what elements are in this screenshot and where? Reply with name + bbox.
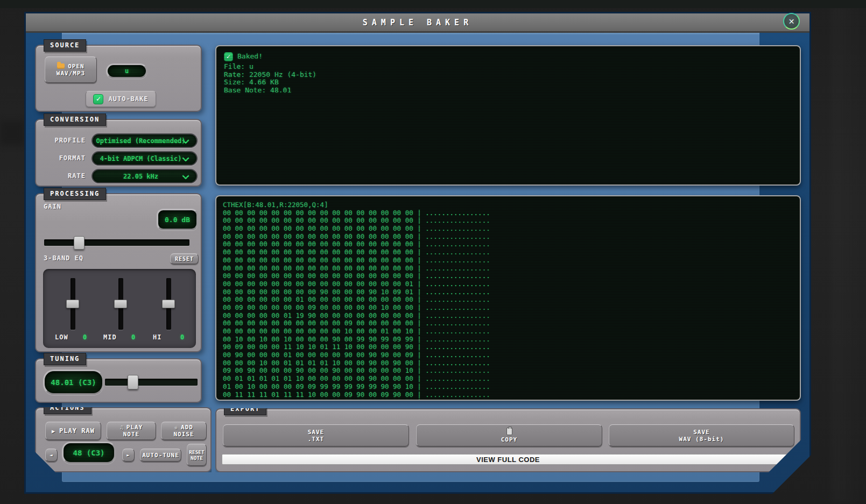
format-dropdown[interactable]: 4-bit ADPCM (Classic) [91,151,198,166]
hex-header: CTHEX[B:48.01,R:22050,Q:4] [223,201,793,209]
hex-row: 00 00 00 00 00 00 00 00 00 00 00 00 00 0… [223,272,793,280]
eq-low-label: LOW [55,333,68,341]
arrow-left-icon: ◄ [50,452,53,458]
status-lines: File: uRate: 22050 Hz (4-bit)Size: 4.66 … [224,63,792,95]
background-blur [0,121,24,145]
eq-hi-value: 0 [180,333,185,341]
conversion-panel: CONVERSION PROFILE Optimised (Recommende… [35,119,202,187]
tuning-header: TUNING [44,353,86,365]
tuning-panel: TUNING 48.01 (C3) [35,358,202,403]
chevron-down-icon [182,154,189,161]
hex-row: 00 90 00 00 00 01 00 00 00 00 90 00 90 9… [223,351,793,359]
processing-header: PROCESSING [44,188,106,200]
baked-status: Baked! [237,53,263,61]
clipboard-icon [506,428,512,435]
hex-row: 01 00 10 00 00 00 09 09 99 99 99 99 99 9… [223,383,793,391]
export-panel: EXPORT SAVE .TXT COPY SAVE WAV (8-bit) V… [215,408,801,472]
hex-row: 00 11 11 11 01 11 11 10 00 00 09 90 00 0… [223,391,793,399]
status-line: Size: 4.66 KB [224,79,792,87]
eq-mid-value: 0 [131,333,136,341]
music-note-icon: ♫ [120,424,124,431]
add-noise-button[interactable]: ☠ ADD NOISE [161,422,207,440]
gain-value-display: 0.0 dB [157,209,198,230]
reset-note-button[interactable]: RESET NOTE [187,444,207,466]
actions-panel: ACTIONS ▶ PLAY RAW ♫ PLAY NOTE ☠ ADD NOI… [35,407,212,472]
open-button-line2: WAV/MP3 [57,70,85,77]
rate-value: 22.05 kHz [123,173,158,180]
profile-dropdown[interactable]: Optimised (Recommended) [91,133,198,148]
eq-title: 3-BAND EQ [44,254,83,262]
open-file-button[interactable]: OPEN WAV/MP3 [45,56,97,83]
view-full-code-button[interactable]: VIEW FULL CODE [222,454,794,465]
profile-label: PROFILE [36,137,86,144]
autobake-toggle[interactable]: ✓ AUTO-BAKE [86,91,156,107]
rate-label: RATE [36,172,86,180]
hex-row: 00 00 00 00 00 00 00 00 00 00 00 00 00 0… [223,257,793,265]
hex-row: 00 00 00 00 00 00 00 00 00 00 00 00 00 0… [223,280,793,288]
autobake-label: AUTO-BAKE [108,95,148,103]
open-button-line1: OPEN [68,63,85,70]
hex-row: 00 00 01 00 00 00 00 00 00 00 00 00 00 0… [223,399,793,401]
format-label: FORMAT [36,154,86,162]
chevron-down-icon [182,172,189,179]
source-header: SOURCE [44,39,86,52]
hex-row: 00 09 00 00 00 00 00 09 00 00 00 00 00 1… [223,304,793,312]
note-value-display: 48 (C3) [62,442,116,464]
gain-slider-track[interactable] [44,239,189,246]
background-blur [832,0,866,504]
tuning-value-display: 48.01 (C3) [43,370,104,395]
hex-row: 00 01 01 01 01 01 10 00 00 00 00 00 90 0… [223,375,793,383]
skull-icon: ☠ [174,424,178,431]
play-icon: ▶ [52,428,55,434]
note-prev-button[interactable]: ◄ [45,449,58,462]
close-button[interactable]: ✕ [783,13,800,30]
hex-terminal: CTHEX[B:48.01,R:22050,Q:4] 00 00 00 00 0… [215,195,801,401]
play-raw-button[interactable]: ▶ PLAY RAW [45,422,101,440]
status-line: File: u [224,63,792,71]
baked-check-icon: ✓ [224,52,233,61]
gain-label: GAIN [44,203,61,210]
status-line: Base Note: 48.01 [224,87,792,95]
file-name-display: u [106,63,147,79]
status-line: Rate: 22050 Hz (4-bit) [224,71,792,79]
screen: SAMPLE BAKER ✕ SOURCE OPEN WAV/MP3 u ✓ A… [0,0,866,504]
hex-row: 00 00 00 00 00 00 00 00 00 00 10 00 00 0… [223,328,793,336]
gain-slider-thumb[interactable] [74,236,85,250]
hex-row: 00 00 00 00 00 00 01 00 00 00 00 00 00 0… [223,296,793,304]
copy-button[interactable]: COPY [416,424,602,446]
tuning-slider-track[interactable] [105,379,198,386]
processing-panel: PROCESSING GAIN 0.0 dB 3-BAND EQ RESET L… [35,193,202,352]
source-panel: SOURCE OPEN WAV/MP3 u ✓ AUTO-BAKE [35,45,202,112]
hex-row: 00 00 00 00 00 00 00 00 00 00 00 00 00 0… [223,217,793,225]
eq-slider-thumb[interactable] [114,300,127,308]
rate-dropdown[interactable]: 22.05 kHz [91,169,198,183]
hex-row: 90 09 00 00 00 11 10 10 01 11 10 00 00 0… [223,343,793,351]
tuning-slider-thumb[interactable] [128,375,138,389]
eq-slider-thumb[interactable] [162,300,175,308]
background-strip [0,0,866,8]
window-title: SAMPLE BAKER [363,18,473,27]
arrow-right-icon: ► [126,452,130,458]
hex-row: 00 00 00 00 00 00 00 00 00 00 00 00 00 0… [223,265,793,273]
hex-row: 00 00 00 00 00 00 00 00 00 00 00 00 00 0… [223,240,793,249]
conversion-header: CONVERSION [44,113,106,126]
eq-hi-label: HI [153,333,161,341]
note-next-button[interactable]: ► [122,449,135,462]
eq-slider-thumb[interactable] [66,300,79,308]
hex-row: 00 00 00 00 00 00 00 00 00 00 00 00 00 0… [223,249,793,257]
folder-icon [57,63,65,69]
eq-low-value: 0 [83,333,87,341]
hex-row: 00 00 00 00 00 00 00 00 00 00 00 00 00 0… [223,225,793,233]
eq-box: LOW 0 MID 0 HI 0 [43,269,196,348]
autotune-button[interactable]: AUTO-TUNE [140,449,181,462]
hex-row: 09 00 90 00 00 00 90 00 00 90 00 00 00 0… [223,367,793,375]
format-value: 4-bit ADPCM (Classic) [100,155,182,162]
autobake-checkbox-icon[interactable]: ✓ [93,94,103,104]
save-wav-button[interactable]: SAVE WAV (8-bit) [609,424,794,446]
title-bar[interactable]: SAMPLE BAKER [26,13,809,33]
hex-row: 00 00 00 00 00 00 00 00 00 00 09 00 00 0… [223,320,793,328]
save-txt-button[interactable]: SAVE .TXT [223,424,409,446]
eq-mid-label: MID [103,333,117,341]
eq-reset-button[interactable]: RESET [170,253,199,264]
play-note-button[interactable]: ♫ PLAY NOTE [107,422,156,440]
